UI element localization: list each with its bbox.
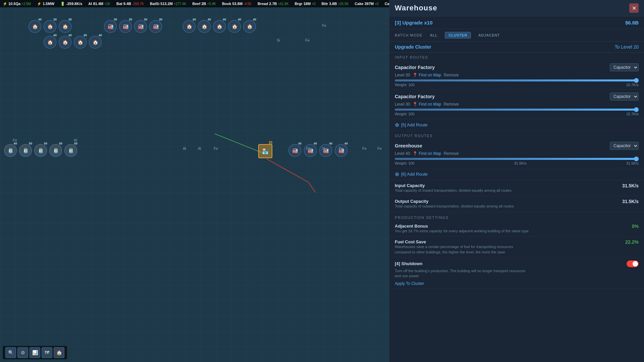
resource-book: Book 53.8M -4.5K <box>222 2 252 6</box>
route-level-1: Level 30 <box>395 73 410 77</box>
building-node[interactable]: 🏠40 <box>243 20 256 33</box>
weight-slider-2[interactable] <box>395 109 639 111</box>
game-map[interactable]: ⚡ 10.5Qa +2.6M ⚡ 1.5MW 🔋 -259.8K/s AI 81… <box>0 0 389 362</box>
find-on-map-1[interactable]: 📍 Find on Map <box>413 73 441 77</box>
building-factory[interactable]: 🏭40 <box>335 144 347 157</box>
building-node[interactable]: 🏠40 <box>183 20 196 33</box>
output-capacity-row: Output Capacity Total capacity of outwar… <box>389 196 644 212</box>
building-pot[interactable]: 🫙50 <box>64 144 77 157</box>
resource-item: ⚡ 10.5Qa +2.6M <box>3 2 31 6</box>
sidebar-panel: Warehouse ✕ [3] Upgrade x10 $6.8B BATCH … <box>389 0 644 362</box>
route-name-2: Capacitor Factory <box>395 94 435 99</box>
map-grid[interactable]: 🏠40 🏠30 🏠30 🏭30 🏭30 🏭30 🏭30 🏠40 🏠40 🏠40 <box>0 7 389 362</box>
building-pot[interactable]: 🫙60 <box>4 144 17 157</box>
output-route-1: Greenhouse Capacitor Level 40 📍 Find on … <box>389 139 644 168</box>
building-pot[interactable]: 🫙50 <box>49 144 62 157</box>
output-route-select-1[interactable]: Capacitor <box>610 142 639 150</box>
building-node[interactable]: 🏭30 <box>134 20 147 33</box>
add-output-icon: ⊕ <box>395 171 399 177</box>
resource-al2: Al <box>183 146 186 150</box>
rate-label-2: 15.7K/s <box>626 112 639 116</box>
add-output-route-button[interactable]: ⊕ [6] Add Route <box>389 168 644 180</box>
input-routes-header: INPUT ROUTES <box>389 53 644 61</box>
building-node[interactable]: 🏠40 <box>74 36 87 49</box>
output-weight-slider-1[interactable] <box>395 158 639 160</box>
resource-bread: Bread 2.7B +41.8K <box>258 2 288 6</box>
adjacent-bonus-title: Adjacent Bonus <box>395 224 529 229</box>
input-route-2: Capacitor Factory Capacitor Level 30 📍 F… <box>389 90 644 119</box>
batch-all-button[interactable]: ALL <box>427 32 441 38</box>
warehouse-selected[interactable]: 🏪 20 <box>258 144 272 158</box>
upgrade-row[interactable]: [3] Upgrade x10 $6.8B <box>389 16 644 29</box>
find-on-map-output-1[interactable]: 📍 Find on Map <box>413 151 441 156</box>
building-factory[interactable]: 🏭40 <box>319 144 332 157</box>
batch-cluster-button[interactable]: CLUSTER <box>445 32 471 39</box>
shutdown-row: [4] Shutdown Turn off the building's pro… <box>389 258 644 289</box>
settings-button[interactable]: ⚙ <box>17 347 28 358</box>
output-route-name-1: Greenhouse <box>395 143 422 148</box>
shutdown-toggle[interactable] <box>627 260 639 267</box>
weight-label-1: Weight: 100 <box>395 83 415 87</box>
fuel-cost-save-desc: Warehouses save a certain percentage of … <box>395 244 529 255</box>
building-node[interactable]: 🏠40 <box>44 36 56 49</box>
remove-route-2[interactable]: Remove <box>444 102 459 107</box>
apply-cluster-button[interactable]: Apply To Cluster <box>395 281 424 286</box>
building-factory[interactable]: 🏭40 <box>288 144 301 157</box>
building-node[interactable]: 🏠40 <box>59 36 71 49</box>
home-button[interactable]: 🏠 <box>54 347 64 358</box>
stats-button[interactable]: 📊 <box>30 347 40 358</box>
input-capacity-title: Input Capacity <box>395 183 512 188</box>
building-node[interactable]: 🏠40 <box>198 20 211 33</box>
resource-item: ⚡ 1.5MW <box>37 2 54 6</box>
fuel-cost-save-row: Fuel Cost Save Warehouses save a certain… <box>389 237 644 258</box>
route-level-2: Level 30 <box>395 102 410 107</box>
svg-line-2 <box>309 182 315 192</box>
building-node[interactable]: 🏭30 <box>149 20 162 33</box>
resource-fe8: Fe <box>362 146 367 150</box>
svg-line-0 <box>215 134 265 154</box>
building-node[interactable]: 🏭30 <box>119 20 132 33</box>
building-pot[interactable]: 🫙50 <box>19 144 32 157</box>
building-node[interactable]: 🏠40 <box>213 20 226 33</box>
output-rate-left: 31.5K/s <box>514 161 526 165</box>
output-weight-label: Weight: 100 <box>395 161 415 165</box>
output-capacity-desc: Total capacity of outward transportation… <box>395 204 514 209</box>
building-node[interactable]: 🏠40 <box>89 36 102 49</box>
resource-node-fe2: Fe <box>305 38 310 42</box>
search-button[interactable]: 🔍 <box>5 347 16 358</box>
find-on-map-2[interactable]: 📍 Find on Map <box>413 102 441 107</box>
close-button[interactable]: ✕ <box>629 3 639 13</box>
route-select-1[interactable]: Capacitor <box>610 63 639 71</box>
building-pot[interactable]: 🫙50 <box>34 144 47 157</box>
route-lines <box>0 15 389 362</box>
resource-fe: Fe <box>13 138 17 142</box>
weight-label-2: Weight: 100 <box>395 112 415 116</box>
batch-adjacent-button[interactable]: ADJACENT <box>475 32 503 38</box>
building-node[interactable]: 🏠40 <box>29 20 41 33</box>
building-node[interactable]: 🏭30 <box>104 20 117 33</box>
map-pin-icon-1: 📍 <box>413 73 418 77</box>
shutdown-desc: Turn off the building's production. The … <box>395 268 529 279</box>
resource-ai: AI 81.4M +1K <box>88 2 110 6</box>
map-button[interactable]: 🗺 <box>42 347 52 358</box>
building-node[interactable]: 🏠30 <box>59 20 71 33</box>
upgrade-cluster-target: To Level 20 <box>614 44 639 50</box>
shutdown-title: [4] Shutdown <box>395 261 422 266</box>
bottom-toolbar: 🔍 ⚙ 📊 🗺 🏠 <box>3 346 67 359</box>
upgrade-label: [3] Upgrade x10 <box>395 20 433 25</box>
remove-output-route-1[interactable]: Remove <box>444 151 459 156</box>
upgrade-cluster-label[interactable]: Upgrade Cluster <box>395 44 431 50</box>
remove-route-1[interactable]: Remove <box>444 73 459 77</box>
resource-al3: Al <box>198 146 201 150</box>
add-input-route-button[interactable]: ⊕ [5] Add Route <box>389 119 644 131</box>
upgrade-cluster-row[interactable]: Upgrade Cluster To Level 20 <box>389 42 644 53</box>
building-node[interactable]: 🏠40 <box>228 20 241 33</box>
map-pin-icon-2: 📍 <box>413 102 418 107</box>
building-node[interactable]: 🏠30 <box>44 20 56 33</box>
building-factory[interactable]: 🏭40 <box>304 144 317 157</box>
resource-fe6: Fe <box>306 146 311 150</box>
resource-node-fe: Fe <box>322 23 326 27</box>
route-select-2[interactable]: Capacitor <box>610 93 639 101</box>
resource-bat: Bat 9.4B -259.7K <box>116 2 144 6</box>
weight-slider-1[interactable] <box>395 79 639 81</box>
